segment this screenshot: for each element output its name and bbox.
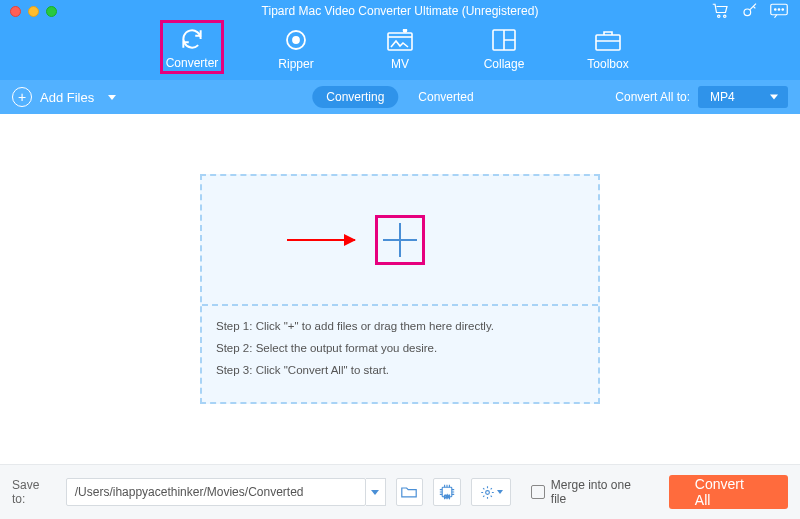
chip-icon: ON xyxy=(439,484,455,500)
convert-all-button[interactable]: Convert All xyxy=(669,475,788,509)
svg-point-2 xyxy=(744,9,751,16)
svg-point-1 xyxy=(724,15,726,17)
output-format-select[interactable]: MP4 xyxy=(698,86,788,108)
tab-converted[interactable]: Converted xyxy=(404,86,487,108)
drop-zone[interactable]: Step 1: Click "+" to add files or drag t… xyxy=(200,174,600,404)
merge-label: Merge into one file xyxy=(551,478,649,506)
cart-icon[interactable] xyxy=(712,3,730,19)
nav-label: Converter xyxy=(166,56,219,70)
key-icon[interactable] xyxy=(742,3,758,19)
toolbox-icon xyxy=(595,26,621,54)
svg-point-0 xyxy=(718,15,720,17)
app-title: Tipard Mac Video Converter Ultimate (Unr… xyxy=(0,4,800,18)
svg-text:ON: ON xyxy=(444,494,450,499)
output-path-dropdown[interactable] xyxy=(366,478,386,506)
add-files-button[interactable]: + Add Files xyxy=(12,87,116,107)
save-to-label: Save to: xyxy=(12,478,56,506)
collage-icon xyxy=(492,26,516,54)
output-path-field[interactable]: /Users/ihappyacethinker/Movies/Converted xyxy=(66,478,366,506)
nav-label: Toolbox xyxy=(587,57,628,71)
hardware-accel-button[interactable]: ON xyxy=(433,478,461,506)
svg-point-15 xyxy=(485,490,489,494)
plus-circle-icon: + xyxy=(12,87,32,107)
nav-label: MV xyxy=(391,57,409,71)
drop-zone-instructions: Step 1: Click "+" to add files or drag t… xyxy=(202,306,598,402)
add-files-label: Add Files xyxy=(40,90,94,105)
tab-converting[interactable]: Converting xyxy=(312,86,398,108)
nav-label: Collage xyxy=(484,57,525,71)
drop-zone-top xyxy=(202,176,598,306)
instruction-step3: Step 3: Click "Convert All" to start. xyxy=(216,364,584,376)
svg-point-8 xyxy=(293,37,299,43)
nav-ripper[interactable]: Ripper xyxy=(264,26,328,71)
nav-collage[interactable]: Collage xyxy=(472,26,536,71)
add-files-plus-button[interactable] xyxy=(375,215,425,265)
ripper-icon xyxy=(284,26,308,54)
svg-point-4 xyxy=(775,9,777,11)
gear-icon xyxy=(480,485,495,500)
open-folder-button[interactable] xyxy=(396,478,424,506)
fullscreen-window-button[interactable] xyxy=(46,6,57,17)
feedback-icon[interactable] xyxy=(770,3,788,19)
convert-all-to-label: Convert All to: xyxy=(615,90,690,104)
checkbox-icon xyxy=(531,485,545,499)
converter-icon xyxy=(179,25,205,53)
minimize-window-button[interactable] xyxy=(28,6,39,17)
arrow-annotation xyxy=(287,239,355,241)
instruction-step1: Step 1: Click "+" to add files or drag t… xyxy=(216,320,584,332)
instruction-step2: Step 2: Select the output format you des… xyxy=(216,342,584,354)
chevron-down-icon xyxy=(108,95,116,100)
main-area: Step 1: Click "+" to add files or drag t… xyxy=(0,114,800,464)
mv-icon xyxy=(387,26,413,54)
titlebar: Tipard Mac Video Converter Ultimate (Unr… xyxy=(0,0,800,22)
settings-button[interactable] xyxy=(471,478,511,506)
folder-icon xyxy=(401,485,417,499)
svg-rect-12 xyxy=(596,35,620,50)
nav-mv[interactable]: MV xyxy=(368,26,432,71)
nav-toolbox[interactable]: Toolbox xyxy=(576,26,640,71)
close-window-button[interactable] xyxy=(10,6,21,17)
svg-point-10 xyxy=(404,29,407,32)
nav-converter[interactable]: Converter xyxy=(160,20,224,74)
svg-point-6 xyxy=(782,9,784,11)
nav-label: Ripper xyxy=(278,57,313,71)
merge-checkbox[interactable]: Merge into one file xyxy=(531,478,649,506)
svg-point-5 xyxy=(778,9,780,11)
